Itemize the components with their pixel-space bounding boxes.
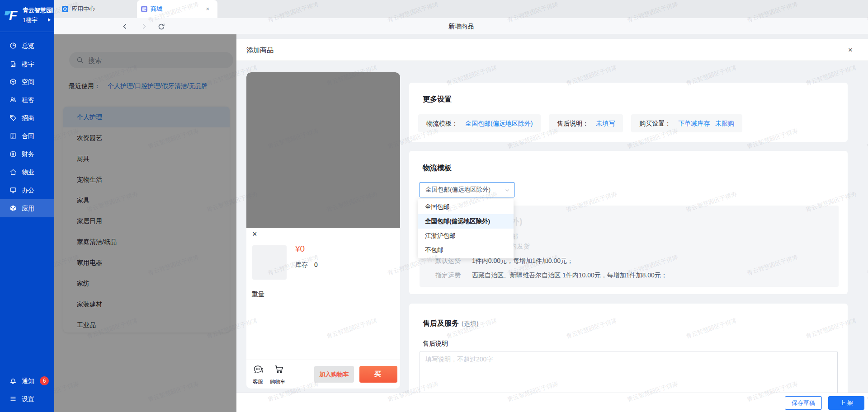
customer-service-label: 客服 [253,379,263,385]
drawer-body: × ¥0 库存0 重量 客服 购物车 加入购物车 买 更多设置 物流模板：全国包… [236,61,868,393]
after-sale-card: 售后及服务(选填) 售后说明 [409,304,848,393]
after-sale-pill: 售后说明：未填写 [549,114,623,132]
home-icon [9,169,17,176]
sidebar-item-leasing[interactable]: 招商 [0,109,54,127]
tab-bar: 应用中心 商城 × [54,0,868,18]
more-settings-card: 更多设置 物流模板：全国包邮(偏远地区除外) 售后说明：未填写 购买设置：下单减… [409,83,848,142]
tab-app-center[interactable]: 应用中心 [54,0,136,18]
more-settings-title: 更多设置 [423,95,452,104]
preview-close-icon[interactable]: × [252,229,257,239]
optional-hint: (选填) [462,320,478,327]
sidebar-item-notifications[interactable]: 通知 6 [0,372,54,390]
dropdown-option[interactable]: 江浙沪包邮 [418,229,514,243]
settings-pills: 物流模板：全国包邮(偏远地区除外) 售后说明：未填写 购买设置：下单减库存未限购 [418,114,742,132]
after-sale-subtitle: 售后说明 [423,340,448,348]
customer-service-icon[interactable] [254,364,265,375]
special-fee-value: 西藏自治区、新疆维吾尔自治区 1件内10.00元，每增加1件加8.00元； [472,272,667,280]
add-to-cart-button[interactable]: 加入购物车 [314,366,354,383]
page-title: 新增商品 [54,18,868,34]
brand[interactable]: F 青云智慧园区 1楼宇 [5,5,53,27]
tag-icon [9,114,17,122]
product-stock: 库存0 [295,261,318,269]
product-price: ¥0 [295,244,305,254]
modal-dim-overlay [54,34,236,412]
sidebar-item-buildings[interactable]: 楼宇 [0,55,54,73]
brand-subtitle: 1楼宇 [23,16,38,24]
sidebar-item-office[interactable]: 办公 [0,181,54,199]
yen-circle-icon [9,150,17,158]
purchase-settings-pill: 购买设置：下单减库存未限购 [631,114,742,132]
sidebar-item-overview[interactable]: 总览 [0,37,54,55]
mall-icon [141,6,147,12]
after-sale-title: 售后及服务(选填) [423,319,478,328]
drawer-top-strip [236,34,868,39]
drawer-header: 添加商品 × [236,39,868,61]
product-preview-card: × ¥0 库存0 重量 客服 购物车 加入购物车 买 [246,72,400,389]
logistics-template-value[interactable]: 全国包邮(偏远地区除外) [465,120,533,127]
notification-badge: 6 [40,376,49,385]
sidebar-item-space[interactable]: 空间 [0,73,54,91]
brand-expand-icon[interactable] [48,18,51,22]
add-product-drawer: 添加商品 × × ¥0 库存0 重量 客服 购物车 加入购物车 买 更多设置 [236,34,868,412]
sidebar-item-finance[interactable]: 财务 [0,145,54,163]
cart-label: 购物车 [270,379,286,385]
purchase-settings-value[interactable]: 下单减库存 [678,120,710,127]
close-icon[interactable]: × [848,39,853,61]
sidebar-item-tenants[interactable]: 租客 [0,91,54,109]
logistics-template-pill: 物流模板：全国包邮(偏远地区除外) [418,114,541,132]
menu-lines-icon [9,395,17,403]
drawer-title: 添加商品 [246,39,274,61]
publish-button[interactable]: 上 架 [828,396,864,410]
sidebar-item-settings[interactable]: 设置 [0,390,54,408]
brand-logo-icon: F [5,7,21,23]
chevron-down-icon [505,187,510,193]
sidebar-item-contracts[interactable]: 合同 [0,127,54,145]
tab-close-icon[interactable]: × [206,0,209,18]
weight-label: 重量 [252,290,264,299]
after-sale-textarea[interactable] [420,351,838,393]
product-image-placeholder [246,72,400,228]
dropdown-option[interactable]: 全国包邮 [418,200,514,214]
brand-title: 青云智慧园区 [23,6,53,14]
sidebar: F 青云智慧园区 1楼宇 总览 楼宇 空间 租客 招商 合同 财务 物业 办公 [0,0,54,412]
app-cube-icon [9,205,17,212]
logistics-select[interactable]: 全国包邮(偏远地区除外) [420,182,514,197]
logistics-card: 物流模板 全国包邮(偏远地区除外) 全国包邮(偏远地区除外) 快递 按条件包邮 … [409,151,848,294]
sidebar-divider [0,32,54,32]
purchase-limit-value[interactable]: 未限购 [715,120,734,127]
users-icon [9,96,17,103]
preview-action-bar: 客服 购物车 加入购物车 买 [246,360,400,389]
dropdown-option-selected[interactable]: 全国包邮(偏远地区除外) [418,214,514,229]
document-icon [9,132,17,140]
tab-mall[interactable]: 商城 × [137,0,217,18]
bell-icon [9,377,17,384]
stock-value: 0 [314,261,318,268]
logistics-title: 物流模板 [423,164,452,173]
pie-icon [9,42,17,49]
building-icon [9,61,17,68]
special-fee-label: 指定运费 [435,272,461,280]
sidebar-item-property[interactable]: 物业 [0,163,54,181]
app-center-icon [62,6,68,12]
drawer-footer: 保存草稿 上 架 [236,393,868,412]
dropdown-option[interactable]: 不包邮 [418,243,514,258]
buy-button[interactable]: 买 [359,366,397,383]
logistics-dropdown: 全国包邮 全国包邮(偏远地区除外) 江浙沪包邮 不包邮 [418,199,514,258]
cube-icon [9,78,17,85]
save-draft-button[interactable]: 保存草稿 [785,396,822,410]
monitor-icon [9,187,17,194]
product-thumbnail [252,245,287,280]
sidebar-item-apps[interactable]: 应用 [0,199,54,217]
cart-icon[interactable] [274,364,284,375]
after-sale-value[interactable]: 未填写 [596,120,615,127]
browser-nav-bar: 新增商品 [54,18,868,34]
